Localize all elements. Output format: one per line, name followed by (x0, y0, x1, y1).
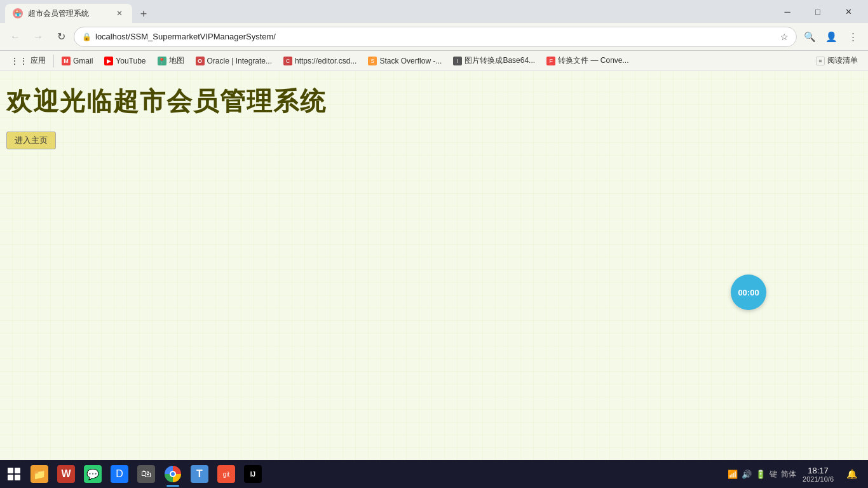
taskbar-wps[interactable]: W (53, 460, 79, 488)
address-bar[interactable]: 🔒 localhost/SSM_SupermarketVIPManagerSys… (74, 27, 797, 47)
taskbar-idea[interactable]: IJ (240, 460, 266, 488)
csdn-label: https://editor.csd... (295, 57, 356, 65)
reload-button[interactable]: ↻ (51, 27, 71, 47)
url-text: localhost/SSM_SupermarketVIPManagerSyste… (95, 32, 776, 41)
bookmark-convert[interactable]: F 转换文件 — Conve... (541, 53, 634, 68)
menu-button[interactable]: ⋮ (843, 27, 863, 47)
notification-icon: 🔔 (846, 469, 857, 479)
minimize-button[interactable]: ─ (773, 1, 802, 22)
new-tab-button[interactable]: + (135, 5, 153, 23)
forward-button[interactable]: → (28, 27, 48, 47)
gmail-label: Gmail (73, 57, 93, 65)
tab-title: 超市会员管理系统 (28, 8, 109, 19)
page-content: 欢迎光临超市会员管理系统 进入主页 00:00 (0, 71, 868, 460)
apps-label: 应用 (31, 55, 46, 66)
oracle-label: Oracle | Integrate... (207, 57, 273, 65)
taskbar-wechat[interactable]: 💬 (80, 460, 105, 488)
back-button[interactable]: ← (5, 27, 25, 47)
bookmark-csdn[interactable]: C https://editor.csd... (278, 55, 362, 67)
clock-widget[interactable]: 18:17 2021/10/6 (799, 464, 837, 484)
date-display: 2021/10/6 (803, 475, 834, 483)
bookmark-stackoverflow[interactable]: S Stack Overflow -... (363, 55, 447, 67)
maps-label: 地图 (169, 55, 184, 66)
close-button[interactable]: ✕ (834, 1, 863, 22)
system-tray: 📶 🔊 🔋 键 简体 (728, 469, 796, 480)
imgconvert-label: 图片转换成Base64... (465, 55, 535, 66)
windows-icon (8, 468, 20, 480)
time-display: 18:17 (803, 466, 834, 475)
bookmark-reader[interactable]: ≡ 阅读清单 (811, 53, 863, 68)
tab-bar: 🏪 超市会员管理系统 ✕ + (5, 0, 770, 23)
convert-label: 转换文件 — Conve... (558, 55, 628, 66)
gmail-icon: M (62, 57, 71, 65)
dingtalk-icon: D (111, 465, 128, 483)
reader-icon: ≡ (816, 57, 825, 65)
files-icon: 📁 (31, 465, 48, 483)
notification-center-button[interactable]: 🔔 (840, 460, 863, 488)
window-controls: ─ □ ✕ (773, 1, 863, 22)
imgconvert-icon: I (453, 57, 462, 65)
idea-icon: IJ (244, 465, 262, 483)
bookmark-maps[interactable]: 📍 地图 (153, 53, 189, 68)
wechat-icon: 💬 (84, 465, 102, 483)
taskbar-store[interactable]: 🛍 (133, 460, 159, 488)
lock-icon: 🔒 (82, 32, 92, 41)
youtube-icon: ▶ (104, 57, 113, 65)
browser-toolbar: ← → ↻ 🔒 localhost/SSM_SupermarketVIPMana… (0, 23, 868, 51)
battery-icon[interactable]: 🔋 (756, 470, 766, 479)
chrome-icon (165, 466, 181, 482)
active-tab-indicator (166, 485, 179, 487)
youtube-label: YouTube (116, 57, 146, 65)
bookmark-youtube[interactable]: ▶ YouTube (99, 55, 151, 67)
apps-icon: ⋮⋮ (10, 56, 28, 66)
bookmark-imgconvert[interactable]: I 图片转换成Base64... (448, 53, 540, 68)
bookmark-apps[interactable]: ⋮⋮ 应用 (5, 53, 51, 68)
page-title: 欢迎光临超市会员管理系统 (0, 71, 868, 125)
csdn-icon: C (283, 57, 292, 65)
stackoverflow-icon: S (368, 57, 377, 65)
sound-icon[interactable]: 🔊 (742, 470, 752, 479)
network-icon[interactable]: 📶 (728, 470, 738, 479)
taskbar-git[interactable]: git (214, 460, 239, 488)
taskbar-icons: 📁 W 💬 D 🛍 (27, 460, 266, 488)
tab-close-button[interactable]: ✕ (114, 8, 125, 18)
keyboard-indicator[interactable]: 键 (770, 469, 777, 480)
taskbar-files[interactable]: 📁 (27, 460, 52, 488)
store-icon: 🛍 (137, 465, 155, 483)
git-icon: git (217, 465, 235, 483)
taskbar-right: 📶 🔊 🔋 键 简体 18:17 2021/10/6 🔔 (728, 460, 865, 488)
chrome-window: 🏪 超市会员管理系统 ✕ + ─ □ ✕ ← → ↻ 🔒 localhost/S… (0, 0, 868, 488)
enter-main-button[interactable]: 进入主页 (6, 132, 56, 149)
active-tab[interactable]: 🏪 超市会员管理系统 ✕ (5, 4, 132, 23)
maps-icon: 📍 (158, 57, 166, 65)
timer-display: 00:00 (738, 288, 759, 297)
taskbar-typora[interactable]: T (187, 460, 212, 488)
bookmark-oracle[interactable]: O Oracle | Integrate... (191, 55, 278, 67)
wps-icon: W (57, 465, 75, 483)
stackoverflow-label: Stack Overflow -... (379, 57, 442, 65)
typora-icon: T (191, 465, 208, 483)
ime-indicator[interactable]: 简体 (781, 469, 796, 480)
bookmarks-bar: ⋮⋮ 应用 M Gmail ▶ YouTube 📍 地图 O Oracle | … (0, 51, 868, 71)
title-bar: 🏪 超市会员管理系统 ✕ + ─ □ ✕ (0, 0, 868, 23)
timer-widget[interactable]: 00:00 (731, 274, 766, 310)
bookmark-gmail[interactable]: M Gmail (57, 55, 98, 67)
bookmark-divider (53, 55, 54, 67)
maximize-button[interactable]: □ (803, 1, 832, 22)
start-button[interactable] (3, 463, 25, 485)
reader-label: 阅读清单 (827, 55, 858, 66)
profile-button[interactable]: 👤 (821, 27, 841, 47)
taskbar: 📁 W 💬 D 🛍 (0, 460, 868, 488)
toolbar-right: 🔍 👤 ⋮ (799, 27, 863, 47)
bookmark-star-icon[interactable]: ☆ (780, 32, 789, 42)
taskbar-chrome[interactable] (160, 460, 186, 488)
tab-favicon: 🏪 (13, 8, 23, 18)
search-button[interactable]: 🔍 (799, 27, 820, 47)
taskbar-dingtalk[interactable]: D (107, 460, 132, 488)
convert-icon: F (546, 57, 555, 65)
oracle-icon: O (196, 57, 205, 65)
